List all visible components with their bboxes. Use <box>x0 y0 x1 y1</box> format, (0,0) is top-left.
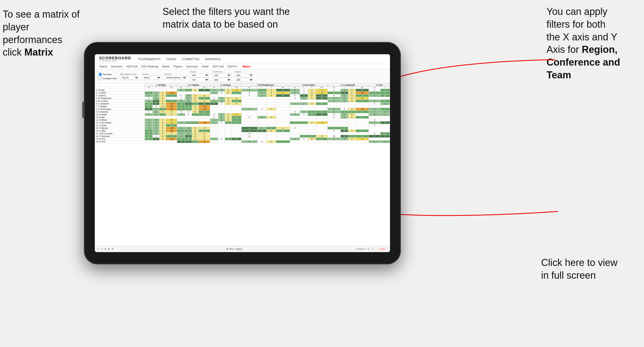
table-row: 2. L Clanton210-161002010-1100-6240-2422 <box>95 92 390 94</box>
conference-select-1[interactable]: (All) <box>212 73 231 77</box>
view-original-button[interactable]: ⊞ View: Original <box>225 247 244 251</box>
table-row: 9. N Gabrelcik010000090111121111 <box>95 111 390 113</box>
col-header-3: 3. J Koivun <box>210 84 241 86</box>
table-row: 6. C Lamprecht230-16241243000110601 <box>95 102 390 105</box>
filter-conference: Conference (All) (All) <box>212 71 231 82</box>
sub-nav-h2h-grid2[interactable]: H2H Grid <box>212 65 224 68</box>
table-row: 10. B Valdes111010110010-11011101011 <box>95 113 390 116</box>
radio-full-view[interactable]: Full View <box>99 73 117 76</box>
sub-nav-teams[interactable]: Teams <box>99 65 107 68</box>
gender-select[interactable]: Men's <box>142 76 161 80</box>
division-select[interactable]: NCAA Division I <box>164 76 187 80</box>
nav-item-tournaments[interactable]: TOURNAMENTS <box>138 57 161 61</box>
table-row: 4. M Thorbjornsen0100101010001014110-6 <box>95 97 390 100</box>
table-row: 7. G Sargent200-15220-16 <box>95 105 390 108</box>
col-header-5: 5. M La Sasso <box>290 84 328 86</box>
redo-icon[interactable]: ↪ <box>101 248 103 250</box>
region-select-2[interactable]: N/A <box>190 78 209 82</box>
annotation-top-right: You can apply filters for both the X axi… <box>547 5 639 82</box>
nav-item-rankings[interactable]: RANKINGS <box>205 57 220 61</box>
sub-nav-matrix[interactable]: Matrix <box>162 65 170 68</box>
annotation-top-center: Select the filters you want the matrix d… <box>162 5 292 31</box>
tablet-frame: SCOREBOARD Powered by clippd TOURNAMENTS… <box>84 42 401 264</box>
filter-row: Full View Compact View Max players in vi… <box>95 69 390 83</box>
col-header-4: 4. M Thorbjornsen <box>241 84 290 86</box>
table-row: 1. W Ding12011110-212017100-10101302 <box>95 89 390 92</box>
matrix-area: 1. W Ding 2. L Clanton 3. J Koivun 4. M … <box>95 83 390 246</box>
col-header-1: 1. W Ding <box>145 84 177 86</box>
table-row: 12. M Riedel110-61101-6 <box>95 119 390 121</box>
table-row: 20. M Ford331-11100711 <box>95 140 390 143</box>
col-header-2: 2. L Clanton <box>177 84 210 86</box>
col-header-6: 6. C Lamprecht <box>328 84 369 86</box>
share-button[interactable]: ⤴ Share <box>376 247 387 251</box>
settings-icon[interactable]: ⚙ <box>112 248 113 250</box>
filter-gender: Gender Men's <box>142 73 161 80</box>
filter-view-options: Full View Compact View <box>99 73 117 80</box>
sub-nav-matrix-active[interactable]: Matrix <box>243 65 251 68</box>
col-header-7: 7. G Sa <box>369 84 390 86</box>
zoom-icon[interactable]: ⊕ <box>105 248 106 250</box>
sub-nav-summary2[interactable]: Summary <box>186 65 198 68</box>
region-select-1[interactable]: N/A <box>190 73 209 77</box>
logo-scoreboard: SCOREBOARD <box>99 56 131 60</box>
layout-icon[interactable]: ⊞ <box>108 248 110 250</box>
table-row: 19. D Ford230-202200101131003110-1 <box>95 138 390 140</box>
table-row: 17. S De La Fuente21001100-802 <box>95 132 390 135</box>
nav-bar: SCOREBOARD Powered by clippd TOURNAMENTS… <box>95 54 390 64</box>
sub-nav-detail[interactable]: Detail <box>202 65 209 68</box>
radio-compact-view[interactable]: Compact View <box>99 77 117 80</box>
table-row: 5. M La Sasso150611001101110312 <box>95 100 390 102</box>
toolbar-right: ⊙ Watch ▾ ⊡ ⛶ ⤴ Share <box>355 247 387 251</box>
toolbar: ↩ ↪ ⊕ ⊞ ⚙ ⊞ View: Original ⊙ Watch ▾ ⊡ ⛶… <box>95 246 390 252</box>
sub-nav-h2h-heatmap[interactable]: H2H Heatmap <box>141 65 158 68</box>
filter-players: Players (All) (All) <box>235 71 253 82</box>
conference-select-2[interactable]: (All) <box>212 78 231 82</box>
nav-item-committee[interactable]: COMMITTEE <box>182 57 200 61</box>
players-select-2[interactable]: (All) <box>235 78 253 82</box>
filter-max-players: Max players in view Top 25 <box>120 73 139 80</box>
table-row: 15. P Maichon110-1911004110-722 <box>95 127 390 130</box>
table-row: 11. M Ege01010100104 <box>95 116 390 119</box>
table-row: 8. P Summerhays512-48220-16100100-1312 <box>95 108 390 111</box>
table-row: 18. C Sherwood20011300-11220-1031145 <box>95 135 390 138</box>
sub-nav-h2h-grid[interactable]: H2H Grid <box>126 65 138 68</box>
annotation-top-left: To see a matrix of player performances c… <box>3 8 89 59</box>
screen-icon[interactable]: ⊡ <box>367 248 369 250</box>
sub-nav-h2h-th[interactable]: H2HTH... <box>227 65 239 68</box>
undo-icon[interactable]: ↩ <box>97 248 99 250</box>
table-row: 14. J Lundin11010-7 <box>95 124 390 127</box>
watch-button[interactable]: ⊙ Watch ▾ <box>355 248 366 250</box>
players-select-1[interactable]: (All) <box>235 73 253 77</box>
sub-nav-players[interactable]: Players <box>174 65 183 68</box>
toolbar-left: ↩ ↪ ⊕ ⊞ ⚙ <box>97 248 113 250</box>
sub-nav: Teams Summary H2H Grid H2H Heatmap Matri… <box>95 64 390 69</box>
table-row: 13. J Skov Olesen110-3121-191011220-113 <box>95 121 390 124</box>
filter-region: Region N/A N/A <box>190 71 209 82</box>
filter-division: Division NCAA Division I <box>164 73 187 80</box>
tablet-screen: SCOREBOARD Powered by clippd TOURNAMENTS… <box>95 54 390 252</box>
logo-area: SCOREBOARD Powered by clippd <box>99 56 131 62</box>
logo-subtitle: Powered by clippd <box>99 60 131 62</box>
fullscreen-icon[interactable]: ⛶ <box>372 248 374 250</box>
max-players-select[interactable]: Top 25 <box>120 76 139 80</box>
annotation-bottom-right: Click here to view in full screen <box>541 256 628 282</box>
table-row: 16. K Vilips210-25220433080501 <box>95 130 390 132</box>
toolbar-center: ⊞ View: Original <box>225 247 244 251</box>
table-row: 3. J Koivun110201000101304011010312 <box>95 94 390 97</box>
nav-item-teams[interactable]: TEAMS <box>166 57 176 61</box>
nav-items: TOURNAMENTS TEAMS COMMITTEE RANKINGS <box>138 57 220 61</box>
sub-nav-summary[interactable]: Summary <box>111 65 122 68</box>
matrix-table: 1. W Ding 2. L Clanton 3. J Koivun 4. M … <box>95 83 390 143</box>
